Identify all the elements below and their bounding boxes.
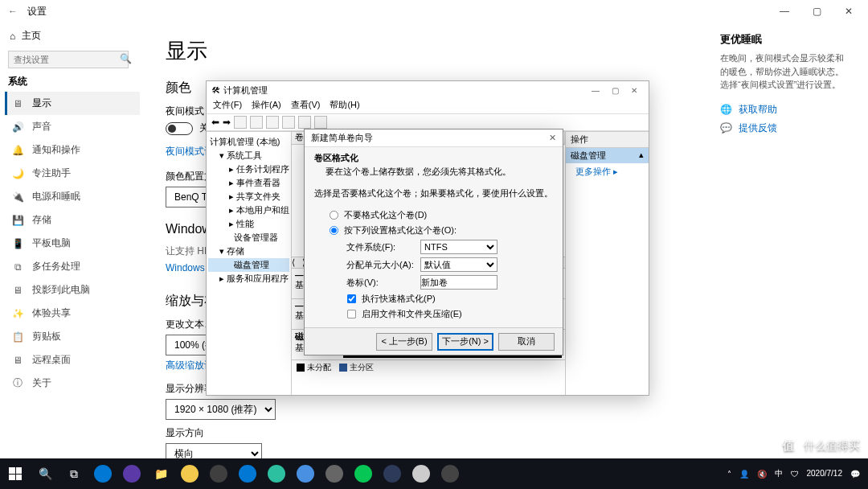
app-icon[interactable] [233,458,262,489]
sidebar-item-12[interactable]: ⓘ关于 [5,372,140,395]
tree-diskmgmt[interactable]: 磁盘管理 [208,258,289,272]
help-icon: 🌐 [720,104,732,115]
night-light-toggle[interactable] [166,122,193,135]
toolbar-back-icon[interactable]: ⬅ [211,117,219,128]
minimize-button[interactable]: — [768,0,800,23]
app-icon[interactable] [291,458,320,489]
mgmt-titlebar[interactable]: 🛠 计算机管理 — ▢ ✕ [207,81,649,99]
app-icon[interactable] [262,458,291,489]
tree-users[interactable]: ▸ 本地用户和组 [208,203,289,217]
sidebar-item-9[interactable]: ✨体验共享 [5,302,140,325]
home-nav[interactable]: ⌂主页 [5,26,140,46]
tray-people-icon[interactable]: 👤 [739,470,749,479]
app-icon[interactable] [204,458,233,489]
app-icon[interactable] [320,458,349,489]
wizard-close-icon[interactable]: ✕ [549,133,556,143]
sidebar-item-2[interactable]: 🔔通知和操作 [5,138,140,162]
chrome-icon[interactable] [175,458,204,489]
vol-label: 卷标(V): [346,277,416,289]
tree-services[interactable]: ▸ 服务和应用程序 [208,272,289,286]
tray-volume-icon[interactable]: 🔇 [757,470,767,479]
app-icon[interactable] [407,458,436,489]
toolbar-btn[interactable] [234,116,247,129]
maximize-button[interactable]: ▢ [800,0,833,23]
mgmt-close[interactable]: ✕ [624,82,644,98]
quick-format-checkbox[interactable] [347,294,356,303]
search-input[interactable] [8,51,129,68]
toolbar-btn[interactable] [314,116,327,129]
wizard-next-button[interactable]: 下一步(N) > [437,333,493,351]
tray-ime-icon[interactable]: 中 [775,468,783,479]
menu-help[interactable]: 帮助(H) [330,99,359,113]
toolbar-btn[interactable] [250,116,263,129]
wizard-subhead: 要在这个卷上储存数据，您必须先将其格式化。 [314,164,553,184]
actions-header: 操作 [566,132,649,148]
toolbar-btn[interactable] [282,116,295,129]
edge-icon[interactable] [88,458,117,489]
sidebar-item-11[interactable]: 🖥远程桌面 [5,348,140,372]
terminal-icon[interactable] [117,458,146,489]
toolbar-btn[interactable] [298,116,311,129]
app-icon[interactable] [378,458,407,489]
explorer-icon[interactable]: 📁 [146,458,175,489]
sidebar-item-8[interactable]: 🖥投影到此电脑 [5,278,140,302]
system-tray[interactable]: ˄ 👤 🔇 中 🛡 2020/7/12 💬 [727,468,869,479]
search-icon[interactable]: 🔍 [120,53,132,64]
tray-chevron-icon[interactable]: ˄ [727,470,731,479]
wizard-titlebar[interactable]: 新建简单卷向导 ✕ [305,129,563,147]
sleep-text: 在晚间，夜间模式会显示较柔和的暖色，帮助你进入睡眠状态。选择“夜间模式设置”进行… [720,51,849,92]
toolbar-forward-icon[interactable]: ➡ [223,117,231,128]
menu-action[interactable]: 操作(A) [252,99,281,113]
tree-dev[interactable]: 设备管理器 [208,231,289,244]
feedback-link[interactable]: 💬提供反馈 [720,121,849,135]
start-button[interactable] [0,458,31,489]
sidebar-item-1[interactable]: 🔊声音 [5,115,140,138]
filesystem-select[interactable]: NTFS [420,240,497,254]
tree-task[interactable]: ▸ 任务计划程序 [208,162,289,176]
more-actions-link[interactable]: 更多操作 ▸ [566,163,649,180]
menu-view[interactable]: 查看(V) [291,99,321,113]
app-icon[interactable] [436,458,465,489]
close-button[interactable]: ✕ [833,0,865,23]
tree-event[interactable]: ▸ 事件查看器 [208,176,289,190]
back-button[interactable]: ← [3,2,23,21]
actions-diskmgmt[interactable]: 磁盘管理▴ [566,148,649,163]
allocation-select[interactable]: 默认值 [420,257,497,272]
mgmt-maximize[interactable]: ▢ [605,82,624,98]
tray-security-icon[interactable]: 🛡 [791,470,799,479]
wizard-back-button[interactable]: < 上一步(B) [376,333,432,351]
compress-checkbox[interactable] [347,310,356,318]
mgmt-tree[interactable]: 计算机管理 (本地) ▾ 系统工具 ▸ 任务计划程序 ▸ 事件查看器 ▸ 共享文… [207,132,292,395]
search-button[interactable]: 🔍 [31,458,59,489]
sidebar-item-label: 声音 [32,120,51,134]
sidebar-item-label: 平板电脑 [32,236,71,250]
taskview-button[interactable]: ⧉ [59,458,88,489]
sidebar-item-10[interactable]: 📋剪贴板 [5,325,140,348]
radio-no-format[interactable] [330,211,338,220]
sidebar-item-0[interactable]: 🖥显示 [5,92,140,115]
wizard-cancel-button[interactable]: 取消 [498,333,555,351]
tree-root[interactable]: 计算机管理 (本地) [208,135,289,149]
toolbar-btn[interactable] [266,116,279,129]
tree-storage[interactable]: ▾ 存储 [208,244,289,258]
menu-file[interactable]: 文件(F) [213,99,242,113]
notif-icon[interactable]: 💬 [850,470,860,479]
mgmt-minimize[interactable]: — [586,82,605,98]
tree-shared[interactable]: ▸ 共享文件夹 [208,190,289,203]
wechat-icon[interactable] [349,458,378,489]
resolution-select[interactable]: 1920 × 1080 (推荐) [166,399,276,420]
radio-do-format[interactable] [330,226,338,235]
volume-label-input[interactable] [420,275,497,290]
sidebar-item-3[interactable]: 🌙专注助手 [5,162,140,185]
sidebar-item-label: 多任务处理 [32,260,80,273]
tree-perf[interactable]: ▸ 性能 [208,217,289,231]
sidebar-item-4[interactable]: 🔌电源和睡眠 [5,185,140,208]
sidebar-item-7[interactable]: ⧉多任务处理 [5,255,140,278]
sidebar-icon: 📱 [11,238,24,249]
sidebar-item-5[interactable]: 💾存储 [5,208,140,232]
wizard-body: 卷区格式化 要在这个卷上储存数据，您必须先将其格式化。 选择是否要格式化这个卷；… [305,147,563,327]
tray-clock[interactable]: 2020/7/12 [807,469,843,479]
sidebar-item-6[interactable]: 📱平板电脑 [5,232,140,255]
tree-systools[interactable]: ▾ 系统工具 [208,149,289,162]
get-help-link[interactable]: 🌐获取帮助 [720,103,849,117]
